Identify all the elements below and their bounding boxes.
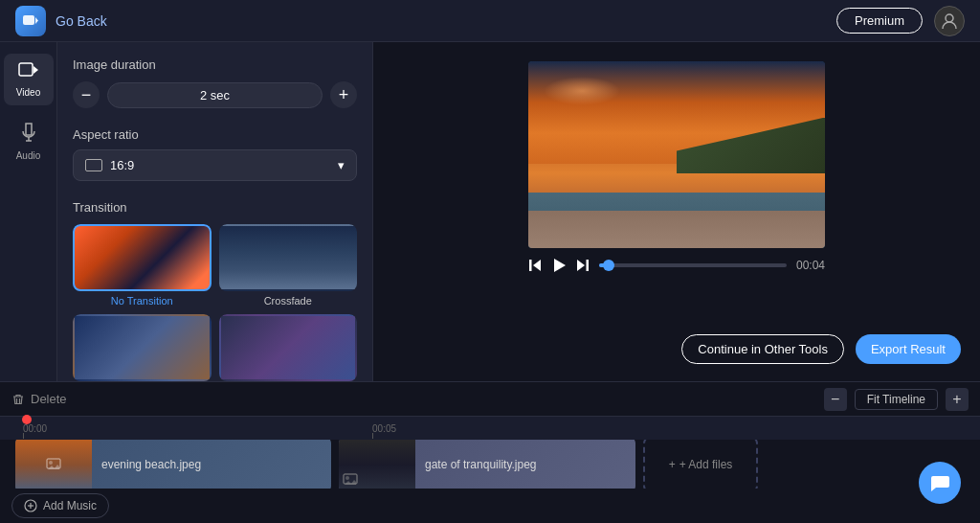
go-back-link[interactable]: Go Back <box>56 13 107 29</box>
transition-no-transition[interactable]: No Transition <box>73 224 212 307</box>
progress-bar[interactable] <box>599 263 787 267</box>
export-result-button[interactable]: Export Result <box>856 334 961 364</box>
transition-no-transition-thumb <box>73 224 212 291</box>
continue-in-other-tools-button[interactable]: Continue in Other Tools <box>681 334 844 364</box>
timeline-area: Delete − Fit Timeline + 00:00 00:05 even… <box>0 381 980 523</box>
svg-rect-0 <box>23 15 34 25</box>
svg-marker-1 <box>35 17 38 24</box>
svg-point-13 <box>49 461 53 465</box>
clip-2-name: gate of tranquility.jpeg <box>415 458 546 471</box>
zoom-out-button[interactable]: − <box>824 388 847 411</box>
ruler-end: 00:05 <box>372 423 396 434</box>
transition-item-4[interactable] <box>219 314 358 381</box>
video-preview <box>528 61 825 248</box>
delete-button[interactable]: Delete <box>11 392 67 406</box>
transition-label: Transition <box>73 200 357 215</box>
add-music-button[interactable]: Add Music <box>11 493 109 518</box>
svg-point-2 <box>946 14 953 22</box>
topbar-right: Premium <box>836 6 965 36</box>
duration-decrease-button[interactable]: − <box>73 81 100 108</box>
audio-icon <box>19 121 38 147</box>
add-files-button[interactable]: + + Add files <box>643 440 758 489</box>
fit-timeline-button[interactable]: Fit Timeline <box>855 389 938 410</box>
skip-back-button[interactable] <box>528 259 542 272</box>
svg-rect-8 <box>529 260 532 271</box>
clip-thumb-1 <box>15 440 92 489</box>
time-label: 00:04 <box>796 259 825 272</box>
clip-thumb-2 <box>339 440 415 489</box>
user-avatar[interactable] <box>934 6 965 36</box>
transition-item-3[interactable] <box>73 314 212 381</box>
svg-marker-14 <box>48 465 59 469</box>
duration-control: − + <box>73 81 357 108</box>
clip-icon-2 <box>343 473 358 489</box>
svg-marker-17 <box>345 480 356 485</box>
topbar: Go Back Premium <box>0 0 980 42</box>
chat-fab[interactable] <box>919 462 961 504</box>
timeline-bottom: Add Music <box>0 489 980 523</box>
image-duration-title: Image duration <box>73 57 357 72</box>
app-logo <box>15 6 46 36</box>
track-clip-1[interactable]: evening beach.jpeg <box>15 440 331 489</box>
sidebar-item-audio-label: Audio <box>16 150 41 161</box>
video-preview-inner <box>528 61 825 248</box>
svg-marker-10 <box>577 260 585 271</box>
playback-controls: 00:04 <box>528 258 825 273</box>
topbar-left: Go Back <box>15 6 107 36</box>
progress-dot <box>603 260 614 271</box>
svg-rect-11 <box>587 260 590 271</box>
clip-1-name: evening beach.jpeg <box>92 458 211 471</box>
transition-crossfade-name: Crossfade <box>219 295 358 307</box>
track-clip-2[interactable]: gate of tranquility.jpeg <box>339 440 635 489</box>
sidebar: Video Audio <box>0 42 57 381</box>
transition-item-4-thumb <box>219 314 358 381</box>
aspect-ratio-select[interactable]: 16:9 ▾ <box>73 149 357 181</box>
premium-button[interactable]: Premium <box>836 8 923 34</box>
add-music-label: Add Music <box>43 499 97 512</box>
main-content: Video Audio Image duration − + Aspect ra… <box>0 42 980 381</box>
aspect-ratio-label: Aspect ratio <box>73 127 357 142</box>
duration-increase-button[interactable]: + <box>330 81 357 108</box>
preview-area: 00:04 Continue in Other Tools Export Res… <box>373 42 980 381</box>
timeline-toolbar: Delete − Fit Timeline + <box>0 382 980 417</box>
settings-panel: Image duration − + Aspect ratio 16:9 ▾ T… <box>57 42 373 381</box>
transition-item-3-thumb <box>73 314 212 381</box>
add-files-icon: + <box>669 458 676 471</box>
svg-marker-4 <box>33 66 38 74</box>
skip-forward-button[interactable] <box>576 259 590 272</box>
svg-point-16 <box>345 476 349 480</box>
chevron-down-icon: ▾ <box>338 158 345 172</box>
duration-input[interactable] <box>107 82 323 108</box>
aspect-ratio-inner: 16:9 <box>85 158 134 172</box>
video-icon <box>18 61 39 83</box>
sidebar-item-video[interactable]: Video <box>4 54 54 105</box>
zoom-in-button[interactable]: + <box>946 388 969 411</box>
transition-grid: No Transition Crossfade <box>73 224 357 381</box>
timeline-ruler: 00:00 00:05 <box>0 417 980 440</box>
delete-label: Delete <box>31 392 67 406</box>
aspect-ratio-value: 16:9 <box>110 158 134 172</box>
transition-no-transition-name: No Transition <box>73 295 212 307</box>
aspect-ratio-icon <box>85 159 102 171</box>
transition-crossfade[interactable]: Crossfade <box>219 224 358 307</box>
sidebar-item-audio[interactable]: Audio <box>4 113 54 169</box>
sidebar-item-video-label: Video <box>16 87 40 98</box>
play-button[interactable] <box>551 258 567 273</box>
sand <box>528 211 825 248</box>
svg-marker-9 <box>554 259 566 272</box>
add-files-label: + Add files <box>679 458 733 471</box>
timeline-tracks: evening beach.jpeg gate of tranquility.j… <box>0 440 980 489</box>
preview-actions: Continue in Other Tools Export Result <box>681 334 961 364</box>
cloud <box>544 77 620 105</box>
svg-rect-3 <box>19 63 33 76</box>
ruler-start: 00:00 <box>23 423 47 434</box>
timeline-right-controls: − Fit Timeline + <box>824 388 969 411</box>
svg-marker-7 <box>533 260 541 271</box>
transition-crossfade-thumb <box>219 224 358 291</box>
